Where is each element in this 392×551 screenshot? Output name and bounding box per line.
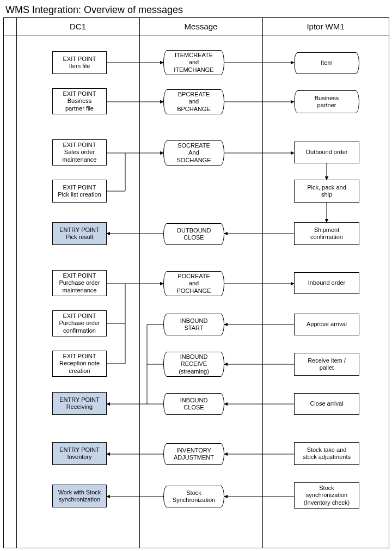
msg-bp: BPCREATEandBPCHANGE (163, 89, 224, 114)
dc1-recnote: EXIT POINTReception notecreation (52, 351, 107, 377)
dc1-inventory: ENTRY POINTInventory (52, 442, 107, 465)
wm1-stksync: Stocksynchronization(Inventory check) (294, 482, 359, 509)
msg-item: ITEMCREATEandITEMCHANGE (163, 50, 224, 75)
wm1-item: Item (294, 52, 359, 74)
page-title: WMS Integration: Overview of messages (5, 4, 183, 16)
diagram-page: WMS Integration: Overview of messages DC… (0, 0, 392, 551)
dc1-po-confirm: EXIT POINTPurchase orderconfirmation (52, 310, 107, 336)
msg-outclose: OUTBOUNDCLOSE (163, 223, 224, 245)
wm1-shipconf: Shipmentconfirmation (294, 222, 359, 245)
msg-inclose: INBOUNDCLOSE (163, 393, 224, 415)
wm1-bp: Businesspartner (294, 90, 359, 113)
msg-instart: INBOUNDSTART (163, 314, 224, 335)
wm1-inorder: Inbound order (294, 272, 359, 294)
msg-po: POCREATEandPOCHANGE (163, 271, 224, 296)
msg-stksync: StockSynchronization (163, 486, 224, 507)
dc1-bp-file: EXIT POINTBusinesspartner file (52, 88, 107, 114)
wm1-stktake: Stock take andstock adjustments (294, 442, 359, 465)
dc1-po-maint: EXIT POINTPurchase ordermaintenance (52, 270, 107, 296)
wm1-outorder: Outbound order (294, 142, 359, 163)
dc1-pickresult: ENTRY POINTPick result (52, 222, 107, 245)
wm1-closearr: Close arrival (294, 393, 359, 415)
wm1-apprarr: Approve arrival (294, 314, 359, 335)
dc1-stocksync: Work with Stocksynchronization (52, 485, 107, 507)
msg-so: SOCREATEAndSOCHANGE (163, 140, 224, 166)
col-header-dc1: DC1 (16, 22, 139, 31)
dc1-so-maint: EXIT POINTSales ordermaintenance (52, 139, 107, 166)
dc1-item-file: EXIT POINTItem file (52, 51, 107, 74)
dc1-receiving: ENTRY POINTReceiving (52, 392, 107, 415)
msg-invadj: INVENTORYADJUSTMENT (163, 443, 224, 465)
wm1-recvitem: Receive item /pallet (294, 353, 359, 376)
dc1-picklist: EXIT POINTPick list creation (52, 180, 107, 203)
col-header-message: Message (139, 22, 262, 31)
col-header-iptor: Iptor WM1 (262, 22, 389, 31)
wm1-ppship: Pick, pack andship (294, 180, 359, 203)
msg-inrecv: INBOUNDRECEIVE(streaming) (163, 352, 224, 377)
